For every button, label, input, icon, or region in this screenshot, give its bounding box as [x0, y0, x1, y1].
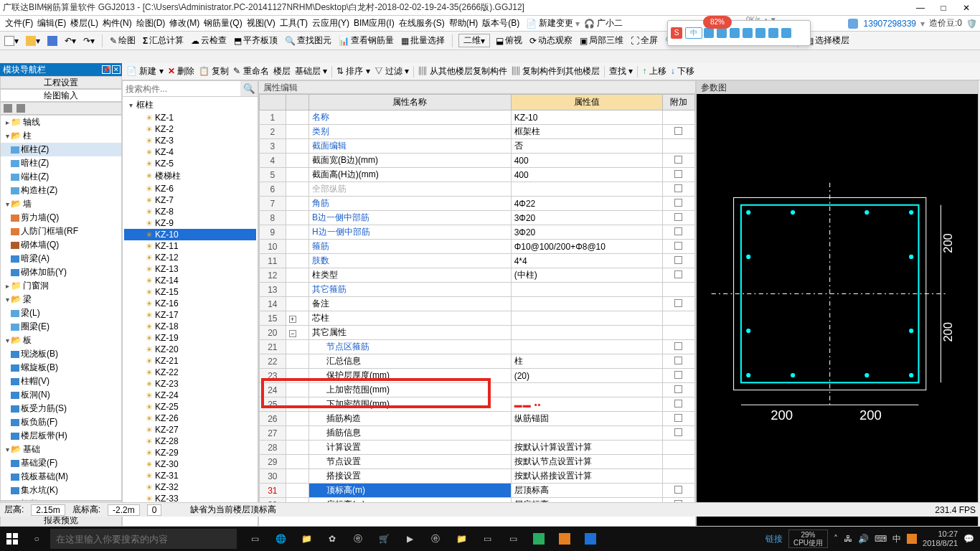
dim-mode-select[interactable]: 二维 ▾ — [458, 34, 490, 47]
kz-item[interactable]: ☀KZ-31 — [124, 470, 256, 481]
tree-framecol[interactable]: 框柱(Z) — [21, 144, 49, 154]
ime-icon-3[interactable] — [730, 28, 740, 38]
tray-link[interactable]: 链接 — [765, 533, 783, 545]
menu-view[interactable]: 视图(V) — [245, 17, 278, 29]
kz-item[interactable]: ☀KZ-32 — [124, 481, 256, 493]
search-input[interactable] — [123, 81, 240, 96]
tree-column[interactable]: 柱 — [23, 131, 32, 141]
new-change-icon[interactable]: 📄 — [526, 19, 537, 29]
tree-foundation[interactable]: 基础 — [23, 444, 40, 454]
tb2-filter[interactable]: ▽ 过滤 ▾ — [374, 65, 410, 77]
tb2-rename[interactable]: ✎ 重命名 — [233, 65, 268, 77]
kz-item[interactable]: ☀KZ-17 — [124, 309, 256, 321]
ime-icon-1[interactable] — [704, 28, 714, 38]
tree-axis[interactable]: 轴线 — [23, 117, 40, 127]
app-icon-10[interactable]: ▭ — [502, 529, 524, 549]
select-floor-button[interactable]: ▤选择楼层 — [804, 34, 851, 47]
ime-toolbar[interactable]: S 中 — [667, 20, 811, 46]
kz-item[interactable]: ☀KZ-19 — [124, 332, 256, 344]
tool-icon-2[interactable] — [17, 104, 25, 113]
tb2-copyfrom[interactable]: ▥ 从其他楼层复制构件 — [418, 65, 507, 77]
menu-online[interactable]: 在线服务(S) — [397, 17, 447, 29]
kz-item[interactable]: ☀KZ-23 — [124, 378, 256, 390]
tray-vol-icon[interactable]: 🔊 — [858, 534, 869, 544]
app-icon-3[interactable]: ✿ — [321, 529, 343, 549]
kz-item[interactable]: ☀KZ-30 — [124, 458, 256, 470]
app-icon-4[interactable]: ⓔ — [347, 529, 369, 549]
app-icon-9[interactable]: ▭ — [476, 529, 498, 549]
kz-item[interactable]: ☀KZ-5 — [124, 158, 256, 169]
open-file-button[interactable]: ▾ — [24, 35, 42, 47]
kz-item[interactable]: ☀KZ-11 — [124, 240, 256, 252]
tree-door[interactable]: 门窗洞 — [23, 281, 49, 291]
menu-rebar[interactable]: 钢筋量(Q) — [202, 17, 244, 29]
avatar-icon[interactable] — [848, 19, 858, 29]
ime-icon-2[interactable] — [717, 28, 727, 38]
kz-item[interactable]: ☀KZ-10 — [124, 229, 256, 240]
kz-item[interactable]: ☀KZ-13 — [124, 263, 256, 275]
find-elem-button[interactable]: 🔍查找图元 — [283, 34, 333, 47]
tb2-sort[interactable]: ⇅ 排序 ▾ — [336, 65, 370, 77]
kz-item[interactable]: ☀KZ-18 — [124, 321, 256, 332]
kz-item[interactable]: ☀KZ-2 — [124, 123, 256, 135]
app-icon-7[interactable]: ⓔ — [425, 529, 446, 549]
cortana-icon[interactable]: ○ — [24, 534, 49, 544]
bean-icon[interactable]: 🛡️ — [966, 19, 977, 29]
kz-item[interactable]: ☀KZ-20 — [124, 344, 256, 355]
category-tree[interactable]: ▸📁轴线 ▾📂柱 框柱(Z) 暗柱(Z) 端柱(Z) 构造柱(Z) ▾📂墙 剪力… — [0, 115, 122, 501]
app-icon-8[interactable]: 📁 — [451, 529, 472, 549]
local-3d-button[interactable]: ▣局部三维 — [578, 34, 625, 47]
tb2-base[interactable]: 基础层 ▾ — [295, 65, 327, 77]
tb2-find[interactable]: 查找 ▾ — [609, 65, 633, 77]
tb2-floor[interactable]: 楼层 — [273, 65, 291, 77]
app-icon-6[interactable]: ▶ — [399, 529, 420, 549]
app-icon-5[interactable]: 🛒 — [373, 529, 395, 549]
tray-sogou-icon[interactable] — [907, 534, 917, 544]
menu-bim[interactable]: BIM应用(I) — [352, 17, 397, 29]
menu-file[interactable]: 文件(F) — [3, 17, 35, 29]
kz-item[interactable]: ☀KZ-6 — [124, 183, 256, 194]
kz-item[interactable]: ☀KZ-26 — [124, 413, 256, 424]
tree-beam[interactable]: 梁 — [23, 294, 32, 304]
new-file-button[interactable]: ▾ — [3, 35, 20, 47]
tree-wall[interactable]: 墙 — [23, 199, 32, 209]
taskview-icon[interactable]: ▭ — [244, 529, 265, 549]
menu-tools[interactable]: 工具(T) — [278, 17, 310, 29]
tray-up-icon[interactable]: ˄ — [834, 534, 838, 544]
nav-tab-settings[interactable]: 工程设置 — [0, 76, 122, 89]
kz-item[interactable]: ☀KZ-22 — [124, 367, 256, 378]
kz-item[interactable]: ☀KZ-28 — [124, 435, 256, 447]
property-table[interactable]: 属性名称 属性值 附加 1名称KZ-102类别框架柱3截面编辑否4截面宽(B边)… — [259, 94, 695, 526]
menu-modify[interactable]: 修改(M) — [167, 17, 202, 29]
tb2-up[interactable]: ↑ 上移 — [642, 65, 666, 77]
ime-icon-5[interactable] — [755, 28, 765, 38]
menu-draw[interactable]: 绘图(D) — [134, 17, 168, 29]
maximize-button[interactable]: □ — [938, 3, 948, 13]
tb2-new[interactable]: 📄 新建 ▾ — [126, 65, 164, 77]
kz-item[interactable]: ☀KZ-24 — [124, 390, 256, 401]
search-button[interactable]: 🔍 — [240, 81, 258, 96]
tray-clock[interactable]: 10:272018/8/21 — [923, 529, 958, 548]
tray-lang[interactable]: 中 — [892, 533, 901, 545]
menu-cloud[interactable]: 云应用(Y) — [310, 17, 352, 29]
kz-item[interactable]: ☀KZ-1 — [124, 112, 256, 123]
taskbar-search[interactable] — [50, 529, 237, 549]
kz-item[interactable]: ☀KZ-21 — [124, 355, 256, 367]
minimize-button[interactable]: — — [915, 3, 925, 13]
tray-notif-icon[interactable]: 💬 — [963, 534, 974, 544]
app-icon-11[interactable] — [528, 529, 550, 549]
menu-help[interactable]: 帮助(H) — [447, 17, 481, 29]
kz-item[interactable]: ☀KZ-27 — [124, 424, 256, 435]
close-panel-icon[interactable]: ✕ — [112, 65, 121, 74]
menu-edit[interactable]: 编辑(E) — [35, 17, 68, 29]
cloud-check-button[interactable]: ☁云检查 — [189, 34, 228, 47]
close-button[interactable]: ✕ — [961, 3, 971, 13]
kz-item[interactable]: ☀KZ-16 — [124, 298, 256, 309]
tb2-del[interactable]: ✕ 删除 — [168, 65, 194, 77]
flat-top-button[interactable]: ⬒平齐板顶 — [232, 34, 279, 47]
kz-item[interactable]: ☀KZ-7 — [124, 194, 256, 206]
app-icon-1[interactable]: 🌐 — [270, 529, 291, 549]
view-rebar-button[interactable]: 📊查看钢筋量 — [337, 34, 395, 47]
kz-item[interactable]: ☀KZ-12 — [124, 252, 256, 263]
menu-version[interactable]: 版本号(B) — [480, 17, 522, 29]
